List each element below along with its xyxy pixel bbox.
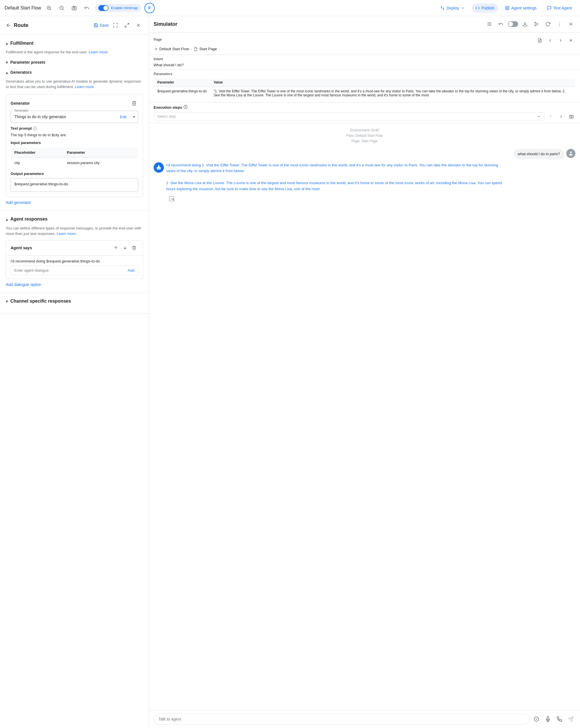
text-prompt-value: The top 5 things to do in $city are:	[10, 133, 138, 137]
fulfillment-header[interactable]: ▴ Fulfillment	[6, 41, 143, 46]
channel-responses-section: ▾ Channel specific responses	[0, 293, 149, 313]
svg-line-5	[63, 9, 64, 10]
fulfillment-desc: Fulfillment is the agent response for th…	[6, 49, 143, 55]
output-field: $request.generative.things-to-do	[10, 178, 138, 192]
left-panel: Route Save ▴ Fulfillment Fulfillment is	[0, 16, 149, 728]
move-down-btn[interactable]	[121, 244, 129, 252]
generators-header[interactable]: ▴ Generators	[6, 70, 143, 75]
channel-responses-header[interactable]: ▾ Channel specific responses	[6, 298, 143, 304]
chat-env-info: Environment: Draft Flow: Default Start F…	[154, 128, 575, 144]
route-title: Route	[14, 22, 91, 28]
topbar: Default Start Flow Enable minimap F Depl…	[0, 0, 580, 16]
generators-learn-more[interactable]: Learn more	[75, 85, 94, 89]
sim-undo-btn[interactable]	[496, 20, 505, 29]
sim-exec-section: Execution steps ⓘ Select step	[149, 102, 580, 123]
page-nav-prev[interactable]	[546, 36, 555, 45]
fullscreen-button[interactable]	[111, 21, 120, 30]
env-info-line2: Flow: Default Start Flow	[154, 133, 575, 138]
undo-btn[interactable]	[82, 3, 91, 12]
page-doc-btn[interactable]	[535, 36, 545, 45]
move-up-btn[interactable]	[112, 244, 120, 252]
agent-says-actions	[112, 244, 138, 252]
exec-prev-btn[interactable]	[547, 112, 555, 121]
zoom-in-btn[interactable]	[45, 3, 54, 12]
presets-chevron: ▾	[6, 60, 8, 65]
sim-input-bar	[149, 710, 580, 728]
select-step-chevron	[537, 114, 541, 119]
exec-info-icon: ⓘ	[184, 105, 187, 110]
input-params-table: Placeholder Parameter city session.param…	[10, 147, 138, 168]
parameters-label: Parameters	[154, 72, 575, 76]
minimap-switch[interactable]	[98, 5, 109, 11]
minimap-toggle[interactable]: Enable minimap	[95, 4, 141, 12]
talk-to-agent-input[interactable]	[154, 714, 530, 725]
select-step-dropdown[interactable]: Select step	[154, 112, 545, 121]
intent-label: Intent	[154, 57, 575, 61]
resize-button[interactable]	[122, 21, 132, 30]
agent-says-header: Agent says	[6, 240, 143, 256]
svg-point-28	[159, 168, 160, 168]
main-layout: Route Save ▴ Fulfillment Fulfillment is	[0, 16, 580, 728]
sim-more-btn[interactable]: ⋮	[555, 20, 564, 29]
page-close-btn[interactable]	[566, 36, 575, 45]
generator-chevron-icon: ▾	[133, 114, 135, 119]
agent-dialogue-input[interactable]	[14, 268, 126, 272]
sim-toggle[interactable]	[508, 21, 518, 27]
sim-download-btn[interactable]	[520, 20, 530, 29]
intent-value: What should I do?	[154, 63, 575, 67]
svg-rect-26	[157, 167, 161, 169]
camera-btn[interactable]	[70, 3, 79, 12]
route-header: Route Save	[0, 16, 149, 35]
agent-input-row[interactable]: Add	[10, 266, 138, 275]
svg-point-8	[73, 7, 75, 9]
svg-line-1	[50, 9, 51, 10]
deploy-btn[interactable]: Deploy	[437, 3, 468, 12]
sim-chat: Environment: Draft Flow: Default Start F…	[149, 123, 580, 710]
zoom-out-btn[interactable]	[57, 3, 66, 12]
close-button[interactable]	[134, 21, 143, 30]
exec-screenshot-btn[interactable]	[568, 112, 575, 121]
test-agent-btn[interactable]: Test Agent	[544, 3, 575, 12]
tool-icon	[168, 197, 175, 203]
fulfillment-learn-more[interactable]: Learn more	[88, 50, 107, 54]
back-button[interactable]	[6, 22, 11, 28]
add-dialogue-btn[interactable]: Add dialogue option	[6, 282, 41, 287]
parameter-col-header: Parameter	[64, 147, 138, 157]
flow-name: Default Start Flow	[159, 47, 189, 51]
user-text: what should I do in paris?	[514, 149, 564, 159]
generator-edit-link[interactable]: Edit	[120, 114, 127, 119]
sim-play-btn[interactable]	[532, 20, 541, 29]
add-generator-btn[interactable]: Add generator	[6, 200, 31, 205]
sim-close-btn[interactable]	[566, 20, 575, 29]
agent-add-btn[interactable]: Add	[128, 268, 134, 272]
sim-send-btn[interactable]	[566, 714, 575, 724]
agent-avatar	[154, 162, 164, 173]
sim-params-section: Parameters Parameter Value $request.gene…	[149, 70, 580, 102]
user-message: what should I do in paris?	[154, 149, 575, 159]
parameter-presets-section: ▾ Parameter presets	[6, 60, 143, 65]
agent-responses-title: Agent responses	[10, 216, 48, 222]
avatar-btn[interactable]: F	[144, 3, 155, 13]
agent-text: I'd recommend doing $request.generative.…	[10, 259, 138, 263]
channel-responses-title: Channel specific responses	[10, 298, 71, 304]
sim-menu-btn[interactable]	[485, 20, 494, 29]
page-separator: -	[191, 47, 192, 51]
table-row: city session.params.city	[11, 157, 138, 168]
page-nav-next[interactable]	[556, 36, 565, 45]
exec-next-btn[interactable]	[557, 112, 565, 121]
svg-point-29	[159, 165, 159, 166]
generator-select[interactable]: Generator Things to do in city generator…	[10, 111, 138, 123]
sim-phone-btn[interactable]	[555, 714, 564, 724]
save-button[interactable]: Save	[94, 23, 109, 28]
publish-btn[interactable]: Publish	[472, 3, 498, 12]
delete-agent-says-btn[interactable]	[130, 244, 138, 252]
agent-responses-learn-more[interactable]: Learn more	[57, 232, 76, 236]
agent-settings-btn[interactable]: Agent settings	[501, 3, 540, 12]
parameter-presets-header[interactable]: ▾ Parameter presets	[6, 60, 143, 65]
app-title: Default Start Flow	[5, 5, 41, 10]
sim-export-btn[interactable]	[532, 714, 541, 724]
agent-responses-header[interactable]: ▴ Agent responses	[6, 216, 143, 222]
delete-generator-btn[interactable]	[130, 99, 138, 107]
sim-refresh-btn[interactable]	[543, 20, 552, 29]
sim-mic-btn[interactable]	[543, 714, 552, 724]
